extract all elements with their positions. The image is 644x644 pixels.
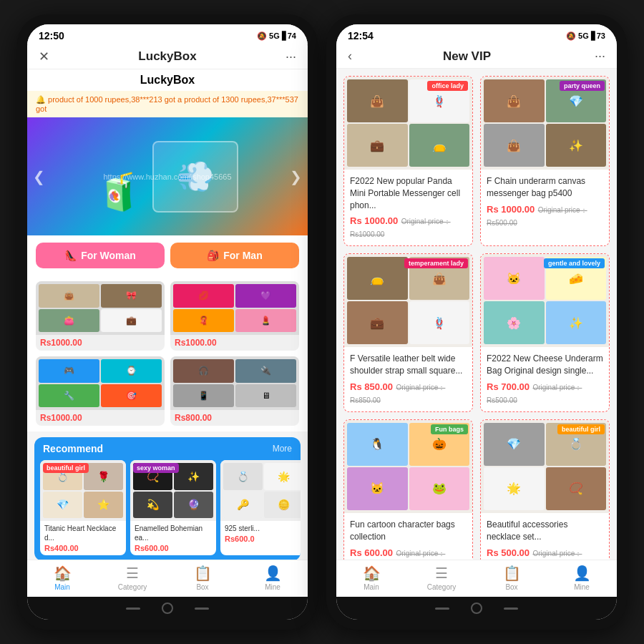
gesture2-home[interactable]	[471, 602, 482, 614]
product-vip-info-2: F Versatile leather belt wide shoulder s…	[344, 347, 472, 411]
nav2-category-label: Category	[427, 583, 457, 591]
nav2-category[interactable]: ☰ Category	[406, 565, 477, 591]
app-title-2: New VIP	[358, 49, 576, 64]
tab-for-woman[interactable]: 👠 For Woman	[36, 243, 165, 268]
notification-bar: 🔔 product of 1000 rupees,38***213 got a …	[27, 91, 308, 117]
close-icon[interactable]: ✕	[39, 49, 49, 64]
back-icon[interactable]: ‹	[348, 49, 352, 64]
gesture2-recent[interactable]	[504, 608, 518, 610]
nav-main-label: Main	[54, 583, 70, 591]
product-vip-info-5: Beautiful accessories necklace set... Rs…	[481, 513, 609, 560]
nav-mine[interactable]: 👤 Mine	[238, 565, 308, 591]
gesture-back[interactable]	[126, 608, 140, 610]
product-vip-2[interactable]: 👝 👜 💼 🪢 temperament lady F Versatile lea…	[343, 253, 473, 412]
product-vip-1[interactable]: 👜 💎 👜 ✨ party queen F Chain underarm can…	[480, 76, 610, 246]
product-vip-img-5: 💎 💍 🌟 📿 beautiful girl	[481, 420, 609, 513]
rec-item-1[interactable]: 📿 ✨ 💫 🔮 sexy woman Enamelled Bohemian ea…	[130, 460, 216, 555]
nav-main[interactable]: 🏠 Main	[27, 565, 97, 591]
product-vip-price-2: Rs 850.00 Original price：Rs850.00	[350, 380, 467, 406]
product-card-1[interactable]: 💋 💜 🧣 💄 Rs1000.00	[170, 281, 299, 351]
rec-img-1: 📿 ✨ 💫 🔮 sexy woman	[130, 460, 216, 521]
product-vip-name-4: Fun cartoon character bags collection	[350, 519, 467, 543]
nav-box[interactable]: 📋 Box	[167, 565, 238, 591]
nav2-mine[interactable]: 👤 Mine	[547, 565, 617, 591]
notification-text: 🔔 product of 1000 rupees,38***213 got a …	[36, 95, 299, 113]
menu-icon-1[interactable]: ···	[286, 49, 296, 64]
banner-content: 🧃 💨 ❮ ❯	[27, 117, 308, 235]
recommend-section: Recommend More 💍 🌹 💎 ⭐	[34, 437, 301, 560]
status-bar-2: 12:54 🔕 5G ▋73	[336, 24, 617, 44]
nav-category-label: Category	[118, 583, 147, 591]
status-icons-1: 🔕 5G ▋74	[257, 31, 296, 41]
page-title-1: LuckyBox	[27, 69, 308, 91]
product-card-3[interactable]: 🎧 🔌 📱 🖥 Rs800.00	[170, 356, 299, 426]
nav2-main[interactable]: 🏠 Main	[336, 565, 406, 591]
category-tabs: 👠 For Woman 🎒 For Man	[27, 235, 308, 275]
product-vip-5[interactable]: 💎 💍 🌟 📿 beautiful girl Beautiful accesso…	[480, 419, 610, 560]
product-card-2[interactable]: 🎮 ⌚ 🔧 🎯 Rs1000.00	[36, 356, 165, 426]
product-vip-img-3: 🐱 🧀 🌸 ✨ gentle and lovely	[481, 254, 609, 347]
recommend-title: Recommend	[43, 443, 103, 454]
rec-name-1: Enamelled Bohemian ea...	[135, 524, 212, 542]
product-tag-5: beautiful girl	[557, 424, 605, 434]
rec-name-2: 925 sterli...	[225, 524, 301, 533]
product-price-3: Rs800.00	[170, 410, 299, 426]
gesture-recent[interactable]	[195, 608, 209, 610]
rec-item-2[interactable]: 💍 🌟 🔑 🪙 925 sterli... Rs600.0	[220, 460, 301, 555]
box-icon: 📋	[194, 565, 212, 582]
nav2-main-label: Main	[364, 583, 379, 591]
nav-box-label: Box	[196, 583, 208, 591]
time-2: 12:54	[348, 30, 374, 42]
product-vip-3[interactable]: 🐱 🧀 🌸 ✨ gentle and lovely F2022 New Chee…	[480, 253, 610, 412]
product-tag-0: office lady	[427, 81, 468, 91]
recommend-more[interactable]: More	[273, 444, 292, 454]
product-vip-name-3: F2022 New Cheese Underarm Bag Original d…	[487, 353, 603, 377]
product-vip-4[interactable]: 🐧 🎃 🐱 🐸 Fun bags Fun cartoon character b…	[343, 419, 473, 560]
nav2-mine-icon: 👤	[573, 565, 591, 582]
gesture-home[interactable]	[162, 602, 173, 614]
product-tag-3: gentle and lovely	[544, 258, 605, 268]
banner-blender-icon: 🧃	[97, 171, 141, 213]
rec-badge-0: beautiful girl	[43, 463, 89, 473]
time-1: 12:50	[39, 30, 64, 42]
product-card-0[interactable]: 👜 🎀 👛 💼 Rs1000.00	[36, 281, 165, 351]
nav-category[interactable]: ☰ Category	[97, 565, 167, 591]
woman-label: For Woman	[81, 250, 136, 261]
product-img-2: 🎮 ⌚ 🔧 🎯	[36, 356, 165, 410]
nav2-box[interactable]: 📋 Box	[477, 565, 547, 591]
rec-info-0: Titanic Heart Necklace d... Rs400.00	[40, 521, 126, 555]
product-tag-1: party queen	[560, 81, 605, 91]
phone-2: 12:54 🔕 5G ▋73 ‹ New VIP ···	[326, 14, 627, 630]
product-vip-name-0: F2022 New popular Panda Mini Portable Me…	[350, 175, 467, 211]
product-price-0: Rs1000.00	[36, 335, 165, 351]
product-vip-info-0: F2022 New popular Panda Mini Portable Me…	[344, 170, 472, 245]
banner-product-box: 💨	[152, 141, 238, 213]
product-vip-price-0: Rs 1000.00 Original price：Rs1000.00	[350, 214, 467, 240]
product-vip-0[interactable]: 👜 🪢 💼 👝 office lady F2022 New popular Pa…	[343, 76, 473, 246]
product-vip-img-1: 👜 💎 👜 ✨ party queen	[481, 77, 609, 170]
bottom-nav-2: 🏠 Main ☰ Category 📋 Box 👤 Mine	[336, 560, 617, 597]
product-vip-price-1: Rs 1000.00 Original price：Rs500.00	[487, 203, 603, 228]
product-vip-img-2: 👝 👜 💼 🪢 temperament lady	[344, 254, 472, 347]
product-tag-2: temperament lady	[404, 258, 468, 268]
product-img-0: 👜 🎀 👛 💼	[36, 281, 165, 335]
gesture2-back[interactable]	[435, 608, 449, 610]
menu-icon-2[interactable]: ···	[595, 49, 605, 64]
product-vip-img-0: 👜 🪢 💼 👝 office lady	[344, 77, 472, 170]
mine-icon: 👤	[264, 565, 282, 582]
product-vip-name-1: F Chain underarm canvas messenger bag p5…	[487, 175, 603, 200]
tab-for-man[interactable]: 🎒 For Man	[170, 243, 299, 268]
rec-price-2: Rs600.0	[225, 535, 301, 543]
rec-info-2: 925 sterli... Rs600.0	[220, 521, 301, 546]
woman-icon: 👠	[64, 250, 77, 261]
bottom-nav-1: 🏠 Main ☰ Category 📋 Box 👤 Mine	[27, 560, 308, 597]
banner-prev-icon[interactable]: ❮	[33, 168, 45, 185]
banner[interactable]: https://www.huzhan.com/ishop45665 🧃 💨 ❮ …	[27, 117, 308, 235]
rec-price-0: Rs400.00	[44, 544, 122, 552]
banner-next-icon[interactable]: ❯	[290, 168, 302, 185]
rec-badge-1: sexy woman	[133, 463, 179, 473]
rec-name-0: Titanic Heart Necklace d...	[44, 524, 122, 542]
rec-item-0[interactable]: 💍 🌹 💎 ⭐ beautiful girl Titanic Heart Nec…	[40, 460, 126, 555]
rec-img-2: 💍 🌟 🔑 🪙	[220, 460, 301, 521]
phone1-content: 🔔 product of 1000 rupees,38***213 got a …	[27, 91, 308, 560]
